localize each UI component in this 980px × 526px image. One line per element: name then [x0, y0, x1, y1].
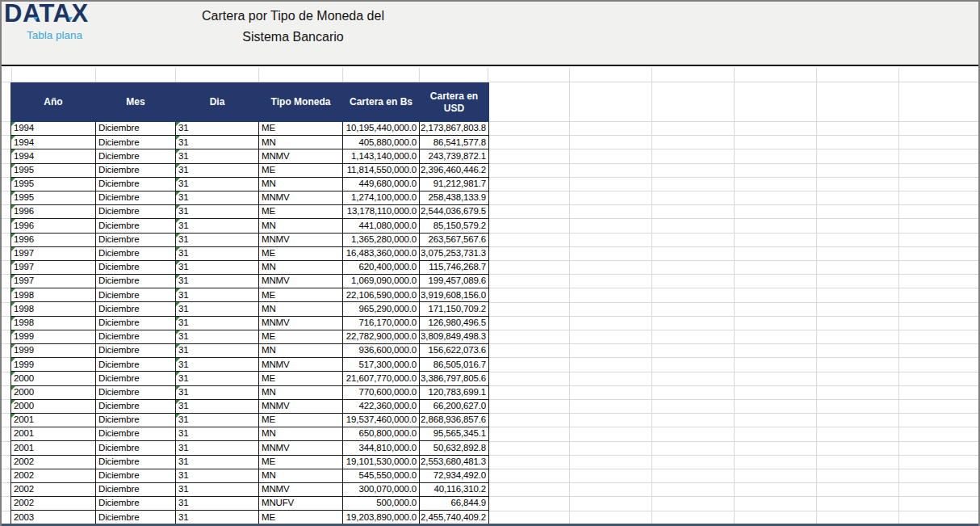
- cell-cartera-bs[interactable]: 10,195,440,000.0: [343, 122, 420, 136]
- cell-mes[interactable]: Diciembre: [96, 302, 176, 316]
- cell-tipo-moneda[interactable]: MNMV: [259, 482, 343, 496]
- cell-dia[interactable]: 31: [176, 246, 259, 260]
- cell-ano[interactable]: 2001: [11, 441, 96, 455]
- cell-ano[interactable]: 2000: [11, 372, 96, 385]
- cell-ano[interactable]: 2003: [11, 511, 96, 524]
- cell-cartera-usd[interactable]: 91,212,981.7: [420, 177, 489, 191]
- cell-dia[interactable]: 31: [176, 358, 259, 372]
- cell-ano[interactable]: 2001: [11, 413, 96, 427]
- cell-cartera-bs[interactable]: 422,360,000.0: [343, 399, 420, 413]
- cell-cartera-bs[interactable]: 1,365,280,000.0: [343, 233, 420, 246]
- cell-mes[interactable]: Diciembre: [96, 469, 176, 482]
- cell-tipo-moneda[interactable]: MNMV: [259, 399, 343, 413]
- cell-tipo-moneda[interactable]: ME: [259, 511, 343, 524]
- cell-ano[interactable]: 1995: [11, 177, 96, 191]
- cell-cartera-usd[interactable]: 2,553,680,481.3: [420, 455, 489, 469]
- cell-tipo-moneda[interactable]: MN: [259, 469, 343, 482]
- cell-cartera-bs[interactable]: 1,274,100,000.0: [343, 191, 420, 204]
- cell-ano[interactable]: 1999: [11, 330, 96, 343]
- cell-dia[interactable]: 31: [176, 344, 259, 358]
- cell-mes[interactable]: Diciembre: [96, 399, 176, 413]
- cell-cartera-usd[interactable]: 95,565,345.1: [420, 427, 489, 441]
- cell-cartera-usd[interactable]: 263,567,567.6: [420, 233, 489, 246]
- cell-cartera-usd[interactable]: 3,919,608,156.0: [420, 288, 489, 302]
- cell-mes[interactable]: Diciembre: [96, 136, 176, 149]
- cell-cartera-bs[interactable]: 441,080,000.0: [343, 219, 420, 233]
- cell-dia[interactable]: 31: [176, 136, 259, 149]
- cell-ano[interactable]: 1995: [11, 163, 96, 177]
- cell-ano[interactable]: 2000: [11, 385, 96, 399]
- cell-ano[interactable]: 1999: [11, 344, 96, 358]
- cell-mes[interactable]: Diciembre: [96, 372, 176, 385]
- cell-cartera-bs[interactable]: 19,537,460,000.0: [343, 413, 420, 427]
- cell-dia[interactable]: 31: [176, 275, 259, 288]
- cell-tipo-moneda[interactable]: ME: [259, 122, 343, 136]
- column-header-cartera-usd[interactable]: Cartera en USD: [420, 83, 489, 122]
- cell-dia[interactable]: 31: [176, 233, 259, 246]
- cell-ano[interactable]: 1995: [11, 191, 96, 204]
- cell-ano[interactable]: 2001: [11, 427, 96, 441]
- cell-cartera-bs[interactable]: 344,810,000.0: [343, 441, 420, 455]
- cell-mes[interactable]: Diciembre: [96, 413, 176, 427]
- cell-dia[interactable]: 31: [176, 316, 259, 330]
- cell-ano[interactable]: 1996: [11, 219, 96, 233]
- cell-ano[interactable]: 2002: [11, 469, 96, 482]
- cell-mes[interactable]: Diciembre: [96, 122, 176, 136]
- cell-ano[interactable]: 2002: [11, 455, 96, 469]
- cell-mes[interactable]: Diciembre: [96, 497, 176, 511]
- cell-mes[interactable]: Diciembre: [96, 163, 176, 177]
- cell-cartera-usd[interactable]: 3,809,849,498.3: [420, 330, 489, 343]
- cell-cartera-bs[interactable]: 405,880,000.0: [343, 136, 420, 149]
- cell-mes[interactable]: Diciembre: [96, 205, 176, 219]
- cell-tipo-moneda[interactable]: MN: [259, 219, 343, 233]
- cell-dia[interactable]: 31: [176, 413, 259, 427]
- cell-tipo-moneda[interactable]: MNMV: [259, 149, 343, 163]
- cell-ano[interactable]: 1996: [11, 205, 96, 219]
- cell-mes[interactable]: Diciembre: [96, 316, 176, 330]
- cell-mes[interactable]: Diciembre: [96, 330, 176, 343]
- cell-cartera-usd[interactable]: 258,438,133.9: [420, 191, 489, 204]
- cell-cartera-bs[interactable]: 965,290,000.0: [343, 302, 420, 316]
- cell-cartera-bs[interactable]: 500,000.0: [343, 497, 420, 511]
- cell-dia[interactable]: 31: [176, 205, 259, 219]
- cell-tipo-moneda[interactable]: MN: [259, 302, 343, 316]
- cell-mes[interactable]: Diciembre: [96, 358, 176, 372]
- cell-tipo-moneda[interactable]: MN: [259, 260, 343, 274]
- cell-tipo-moneda[interactable]: ME: [259, 288, 343, 302]
- cell-tipo-moneda[interactable]: MNMV: [259, 358, 343, 372]
- cell-cartera-bs[interactable]: 19,203,890,000.0: [343, 511, 420, 524]
- cell-tipo-moneda[interactable]: MN: [259, 136, 343, 149]
- cell-mes[interactable]: Diciembre: [96, 455, 176, 469]
- cell-dia[interactable]: 31: [176, 497, 259, 511]
- cell-mes[interactable]: Diciembre: [96, 219, 176, 233]
- cell-dia[interactable]: 31: [176, 427, 259, 441]
- cell-tipo-moneda[interactable]: MN: [259, 344, 343, 358]
- cell-dia[interactable]: 31: [176, 330, 259, 343]
- cell-dia[interactable]: 31: [176, 455, 259, 469]
- cell-ano[interactable]: 1998: [11, 288, 96, 302]
- cell-dia[interactable]: 31: [176, 191, 259, 204]
- cell-ano[interactable]: 1994: [11, 149, 96, 163]
- cell-cartera-usd[interactable]: 2,173,867,803.8: [420, 122, 489, 136]
- cell-mes[interactable]: Diciembre: [96, 427, 176, 441]
- cell-dia[interactable]: 31: [176, 122, 259, 136]
- cell-mes[interactable]: Diciembre: [96, 344, 176, 358]
- cell-mes[interactable]: Diciembre: [96, 177, 176, 191]
- cell-cartera-bs[interactable]: 13,178,110,000.0: [343, 205, 420, 219]
- cell-dia[interactable]: 31: [176, 260, 259, 274]
- cell-cartera-bs[interactable]: 650,800,000.0: [343, 427, 420, 441]
- cell-cartera-usd[interactable]: 156,622,073.6: [420, 344, 489, 358]
- cell-dia[interactable]: 31: [176, 399, 259, 413]
- cell-mes[interactable]: Diciembre: [96, 246, 176, 260]
- cell-dia[interactable]: 31: [176, 385, 259, 399]
- cell-tipo-moneda[interactable]: ME: [259, 205, 343, 219]
- cell-cartera-usd[interactable]: 115,746,268.7: [420, 260, 489, 274]
- cell-cartera-usd[interactable]: 66,844.9: [420, 497, 489, 511]
- cell-cartera-bs[interactable]: 22,782,900,000.0: [343, 330, 420, 343]
- cell-cartera-usd[interactable]: 86,505,016.7: [420, 358, 489, 372]
- cell-cartera-bs[interactable]: 16,483,360,000.0: [343, 246, 420, 260]
- cell-ano[interactable]: 1996: [11, 233, 96, 246]
- cell-mes[interactable]: Diciembre: [96, 385, 176, 399]
- cell-cartera-usd[interactable]: 243,739,872.1: [420, 149, 489, 163]
- cell-ano[interactable]: 2000: [11, 399, 96, 413]
